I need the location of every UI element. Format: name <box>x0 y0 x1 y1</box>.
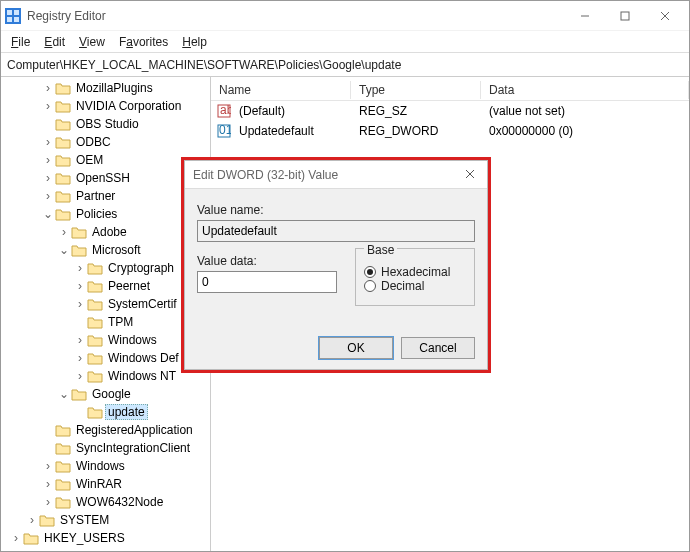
tree-item[interactable]: ›NVIDIA Corporation <box>5 97 210 115</box>
svg-text:ab: ab <box>220 104 231 117</box>
value-row[interactable]: 011 Updatedefault REG_DWORD 0x00000000 (… <box>211 121 689 141</box>
window-title: Registry Editor <box>27 9 565 23</box>
close-button[interactable] <box>645 2 685 30</box>
value-data-label: Value data: <box>197 254 337 268</box>
tree-item[interactable]: TPM <box>5 313 210 331</box>
highlight-border: Edit DWORD (32-bit) Value Value name: Va… <box>181 157 491 373</box>
tree-item-update[interactable]: update <box>5 403 210 421</box>
regedit-icon <box>5 8 21 24</box>
tree-item[interactable]: ›SystemCertif <box>5 295 210 313</box>
tree-item[interactable]: OBS Studio <box>5 115 210 133</box>
value-name-input <box>197 220 475 242</box>
tree-item[interactable]: SyncIntegrationClient <box>5 439 210 457</box>
edit-dword-dialog: Edit DWORD (32-bit) Value Value name: Va… <box>184 160 488 370</box>
svg-text:011: 011 <box>219 124 231 137</box>
tree-item[interactable]: ›Windows <box>5 331 210 349</box>
radio-hexadecimal[interactable]: Hexadecimal <box>364 265 466 279</box>
menu-favorites[interactable]: Favorites <box>113 33 174 51</box>
dialog-titlebar: Edit DWORD (32-bit) Value <box>185 161 487 189</box>
address-bar[interactable]: Computer\HKEY_LOCAL_MACHINE\SOFTWARE\Pol… <box>1 53 689 77</box>
tree-item-google[interactable]: ⌄Google <box>5 385 210 403</box>
tree-item[interactable]: ›HKEY_USERS <box>5 529 210 547</box>
menu-file[interactable]: File <box>5 33 36 51</box>
col-data[interactable]: Data <box>481 81 689 99</box>
value-data-input[interactable] <box>197 271 337 293</box>
menu-view[interactable]: View <box>73 33 111 51</box>
col-name[interactable]: Name <box>211 81 351 99</box>
tree-item[interactable]: ›ODBC <box>5 133 210 151</box>
value-row[interactable]: ab (Default) REG_SZ (value not set) <box>211 101 689 121</box>
tree-item[interactable]: ›Cryptograph <box>5 259 210 277</box>
tree-item[interactable]: ›Windows Def <box>5 349 210 367</box>
col-type[interactable]: Type <box>351 81 481 99</box>
svg-rect-2 <box>14 10 19 15</box>
value-data: (value not set) <box>481 104 689 118</box>
menu-help[interactable]: Help <box>176 33 213 51</box>
reg-sz-icon: ab <box>211 104 231 118</box>
tree-item[interactable]: ›WinRAR <box>5 475 210 493</box>
tree-item[interactable]: ›OpenSSH <box>5 169 210 187</box>
svg-rect-6 <box>621 12 629 20</box>
value-data: 0x00000000 (0) <box>481 124 689 138</box>
svg-rect-1 <box>7 10 12 15</box>
menu-edit[interactable]: Edit <box>38 33 71 51</box>
radio-dec-label: Decimal <box>381 279 424 293</box>
value-name: Updatedefault <box>231 124 351 138</box>
minimize-button[interactable] <box>565 2 605 30</box>
titlebar: Registry Editor <box>1 1 689 31</box>
dialog-title: Edit DWORD (32-bit) Value <box>193 168 461 182</box>
svg-rect-3 <box>7 17 12 22</box>
list-header: Name Type Data <box>211 79 689 101</box>
key-tree[interactable]: ›MozillaPlugins ›NVIDIA Corporation OBS … <box>1 77 211 551</box>
base-fieldset: Base Hexadecimal Decimal <box>355 248 475 306</box>
dialog-close-button[interactable] <box>461 168 479 182</box>
tree-item[interactable]: ›Windows NT <box>5 367 210 385</box>
radio-icon <box>364 280 376 292</box>
base-legend: Base <box>364 243 397 257</box>
ok-button[interactable]: OK <box>319 337 393 359</box>
radio-decimal[interactable]: Decimal <box>364 279 466 293</box>
radio-hex-label: Hexadecimal <box>381 265 450 279</box>
tree-item[interactable]: ›Partner <box>5 187 210 205</box>
tree-item-policies[interactable]: ⌄Policies <box>5 205 210 223</box>
radio-icon <box>364 266 376 278</box>
maximize-button[interactable] <box>605 2 645 30</box>
reg-dword-icon: 011 <box>211 124 231 138</box>
value-type: REG_SZ <box>351 104 481 118</box>
value-name: (Default) <box>231 104 351 118</box>
tree-item[interactable]: RegisteredApplication <box>5 421 210 439</box>
tree-item[interactable]: ›SYSTEM <box>5 511 210 529</box>
tree-item-microsoft[interactable]: ⌄Microsoft <box>5 241 210 259</box>
value-name-label: Value name: <box>197 203 475 217</box>
value-type: REG_DWORD <box>351 124 481 138</box>
tree-item[interactable]: ›WOW6432Node <box>5 493 210 511</box>
tree-item[interactable]: ›MozillaPlugins <box>5 79 210 97</box>
tree-item[interactable]: ›Adobe <box>5 223 210 241</box>
svg-rect-4 <box>14 17 19 22</box>
menubar: File Edit View Favorites Help <box>1 31 689 53</box>
tree-item[interactable]: ›Windows <box>5 457 210 475</box>
tree-item[interactable]: ›OEM <box>5 151 210 169</box>
tree-item[interactable]: ›Peernet <box>5 277 210 295</box>
cancel-button[interactable]: Cancel <box>401 337 475 359</box>
